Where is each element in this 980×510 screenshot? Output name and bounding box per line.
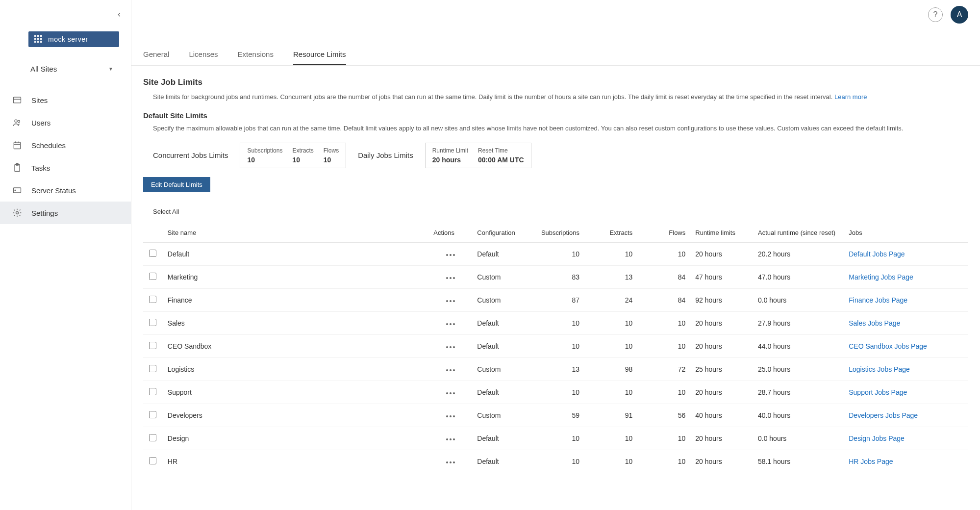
cell-flows: 10 [637, 334, 690, 357]
col-jobs[interactable]: Jobs [844, 223, 968, 243]
sidebar-item-sites[interactable]: Sites [0, 89, 131, 111]
cell-flows: 10 [637, 381, 690, 404]
row-actions-button[interactable] [444, 252, 457, 258]
cell-site: Sales [163, 311, 429, 334]
jobs-page-link[interactable]: Finance Jobs Page [849, 296, 907, 304]
select-all-link[interactable]: Select All [143, 204, 968, 223]
cell-subscriptions: 10 [530, 242, 584, 265]
logo: mock server [28, 31, 119, 47]
extracts-value: 10 [292, 156, 313, 164]
row-actions-button[interactable] [444, 344, 457, 350]
jobs-page-link[interactable]: CEO Sandbox Jobs Page [849, 342, 927, 350]
tab-extensions[interactable]: Extensions [238, 45, 274, 65]
site-selector[interactable]: All Sites ▼ [25, 61, 119, 77]
row-actions-button[interactable] [444, 321, 457, 327]
main: ? A General Licenses Extensions Resource… [131, 0, 980, 510]
row-actions-button[interactable] [444, 413, 457, 419]
col-actions[interactable]: Actions [428, 223, 472, 243]
row-checkbox[interactable] [149, 250, 156, 257]
cell-extracts: 24 [584, 288, 637, 311]
col-configuration[interactable]: Configuration [472, 223, 530, 243]
col-checkbox [143, 223, 163, 243]
cell-site: HR [163, 450, 429, 473]
sidebar-nav: Sites Users Schedules Tasks Server Statu… [0, 89, 131, 224]
jobs-page-link[interactable]: Sales Jobs Page [849, 319, 900, 327]
col-runtime-limits[interactable]: Runtime limits [690, 223, 753, 243]
row-checkbox[interactable] [149, 365, 156, 372]
sidebar-item-label: Sites [31, 96, 48, 104]
subscriptions-label: Subscriptions [247, 147, 282, 154]
cell-runtime-limits: 25 hours [690, 357, 753, 381]
col-site[interactable]: Site name [163, 223, 429, 243]
cell-runtime-limits: 20 hours [690, 450, 753, 473]
jobs-page-link[interactable]: Logistics Jobs Page [849, 365, 910, 373]
col-extracts[interactable]: Extracts [584, 223, 637, 243]
jobs-page-link[interactable]: HR Jobs Page [849, 458, 893, 465]
row-checkbox[interactable] [149, 411, 156, 418]
row-actions-button[interactable] [444, 436, 457, 442]
edit-default-limits-button[interactable]: Edit Default Limits [143, 177, 210, 192]
default-site-limits-desc: Specify the maximum allowable jobs that … [153, 124, 968, 134]
tab-resource-limits[interactable]: Resource Limits [293, 45, 346, 65]
cell-site: Marketing [163, 265, 429, 288]
help-icon[interactable]: ? [928, 7, 943, 22]
cell-site: Default [163, 242, 429, 265]
row-actions-button[interactable] [444, 390, 457, 396]
avatar[interactable]: A [951, 6, 968, 24]
col-subscriptions[interactable]: Subscriptions [530, 223, 584, 243]
site-selector-label: All Sites [30, 65, 57, 73]
cell-flows: 84 [637, 265, 690, 288]
sidebar-item-settings[interactable]: Settings [0, 202, 131, 224]
cell-site: Finance [163, 288, 429, 311]
learn-more-link[interactable]: Learn more [834, 93, 867, 101]
row-checkbox[interactable] [149, 388, 156, 395]
row-actions-button[interactable] [444, 367, 457, 373]
row-checkbox[interactable] [149, 457, 156, 464]
row-checkbox[interactable] [149, 296, 156, 303]
row-actions-button[interactable] [444, 459, 457, 465]
server-icon [12, 185, 23, 196]
table-row: Developers Custom 59 91 56 40 hours 40.0… [143, 404, 968, 427]
cell-configuration: Default [472, 311, 530, 334]
runtime-limit-label: Runtime Limit [432, 147, 468, 154]
cell-runtime-limits: 40 hours [690, 404, 753, 427]
jobs-page-link[interactable]: Support Jobs Page [849, 388, 907, 396]
jobs-page-link[interactable]: Design Jobs Page [849, 434, 905, 442]
cell-actual-runtime: 58.1 hours [753, 450, 844, 473]
cell-flows: 10 [637, 450, 690, 473]
cell-subscriptions: 10 [530, 427, 584, 450]
tab-general[interactable]: General [143, 45, 169, 65]
cell-subscriptions: 10 [530, 450, 584, 473]
sidebar-item-label: Settings [31, 209, 58, 217]
cell-site: Developers [163, 404, 429, 427]
svg-point-11 [15, 190, 16, 191]
concurrent-jobs-label: Concurrent Jobs Limits [153, 151, 228, 159]
col-actual-runtime[interactable]: Actual runtime (since reset) [753, 223, 844, 243]
daily-jobs-box: Runtime Limit 20 hours Reset Time 00:00 … [425, 143, 531, 168]
cell-site: CEO Sandbox [163, 334, 429, 357]
table-row: Sales Default 10 10 10 20 hours 27.9 hou… [143, 311, 968, 334]
cell-configuration: Custom [472, 404, 530, 427]
row-checkbox[interactable] [149, 434, 156, 441]
users-icon [12, 117, 23, 128]
table-row: HR Default 10 10 10 20 hours 58.1 hours … [143, 450, 968, 473]
row-checkbox[interactable] [149, 342, 156, 349]
row-actions-button[interactable] [444, 275, 457, 281]
jobs-page-link[interactable]: Default Jobs Page [849, 250, 905, 258]
sidebar-item-tasks[interactable]: Tasks [0, 156, 131, 179]
header-actions: ? A [928, 6, 968, 24]
row-actions-button[interactable] [444, 298, 457, 304]
tab-licenses[interactable]: Licenses [189, 45, 218, 65]
sidebar-collapse-button[interactable] [113, 9, 125, 21]
jobs-page-link[interactable]: Developers Jobs Page [849, 411, 918, 419]
col-flows[interactable]: Flows [637, 223, 690, 243]
sidebar-item-label: Schedules [31, 141, 66, 150]
table-row: Default Default 10 10 10 20 hours 20.2 h… [143, 242, 968, 265]
reset-time-value: 00:00 AM UTC [478, 156, 524, 164]
row-checkbox[interactable] [149, 273, 156, 280]
row-checkbox[interactable] [149, 319, 156, 326]
sidebar-item-schedules[interactable]: Schedules [0, 134, 131, 156]
sidebar-item-users[interactable]: Users [0, 111, 131, 134]
sidebar-item-server-status[interactable]: Server Status [0, 179, 131, 202]
jobs-page-link[interactable]: Marketing Jobs Page [849, 273, 913, 281]
